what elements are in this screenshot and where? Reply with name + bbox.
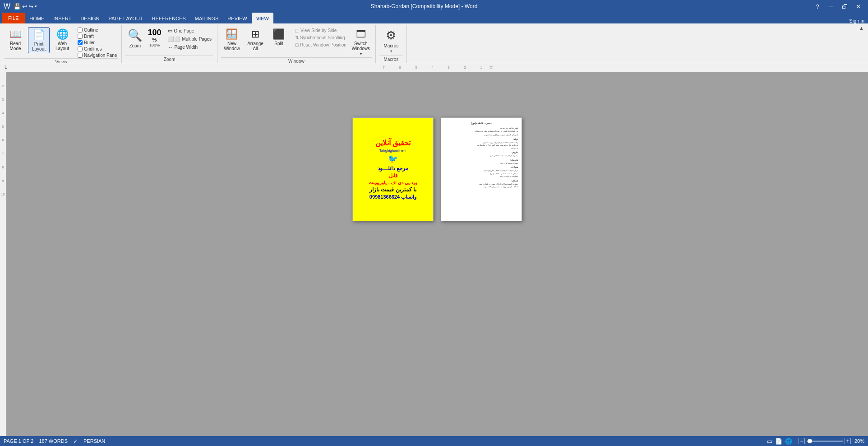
web-layout-icon: 🌐 [56,28,69,40]
v-ruler-mark-7: 7 [2,142,4,155]
sign-in-link[interactable]: Sign in [849,18,864,23]
ruler-checkbox[interactable]: Ruler [77,40,118,46]
web-layout-label: WebLayout [55,41,69,51]
switch-windows-icon: 🗔 [356,28,366,40]
ad-text3: ورد-پی دی اف - پاورپوینت [369,180,417,185]
word-icon: W [4,2,10,10]
print-layout-status-icon[interactable]: 📄 [775,438,782,445]
word-count-status[interactable]: 187 WORDS [39,438,68,444]
minimize-button[interactable]: ─ [825,0,837,13]
gridlines-checkbox[interactable]: Gridlines [77,46,118,52]
proofing-icon: ✓ [73,438,78,445]
ad-contact: واتساپ [401,194,416,200]
macros-group-label: Macros [379,56,403,63]
zoom-button[interactable]: 🔍 Zoom [125,27,144,50]
zoom-track[interactable] [807,441,843,442]
view-side-by-side-icon: ⬚ [295,28,299,33]
page2-heading: حضرت فاطمه(س) [445,121,518,125]
ribbon-tabs: FILE HOME INSERT DESIGN PAGE LAYOUT REFE… [0,13,868,23]
tab-mailings[interactable]: MAILINGS [190,13,223,23]
macros-content: ⚙ Macros ▾ [379,25,403,56]
tab-insert[interactable]: INSERT [49,13,76,23]
nav-pane-checkbox[interactable]: Navigation Pane [77,52,118,58]
macros-label: Macros [383,43,398,48]
ad-phone-contact: واتساپ 09981366624 [369,194,416,200]
tab-page-layout[interactable]: PAGE LAYOUT [104,13,148,23]
page2-section-birth: تولد: [445,138,518,141]
status-bar: PAGE 1 OF 2 187 WORDS ✓ PERSIAN ▭ 📄 🌐 − … [0,436,868,446]
read-mode-button[interactable]: 📖 ReadMode [5,27,26,52]
tab-references[interactable]: REFERENCES [148,13,190,23]
reset-window-button[interactable]: ⊡ Reset Window Position [293,42,348,48]
v-ruler-mark-5: 5 [2,115,4,128]
arrange-all-icon: ⊞ [251,28,259,40]
ruler-6: 6 [392,65,408,70]
window-small-options: ⬚ View Side by Side ⇅ Synchronous Scroll… [293,27,348,48]
save-quick-btn[interactable]: 💾 [14,3,21,10]
split-button[interactable]: ⬛ Split [268,27,290,47]
sync-scrolling-button[interactable]: ⇅ Synchronous Scrolling [293,34,348,41]
views-group: 📖 ReadMode 📄 PrintLayout 🌐 WebLayout Out… [1,25,122,63]
multiple-pages-button[interactable]: ⬜⬜ Multiple Pages [166,35,213,43]
print-layout-button[interactable]: 📄 PrintLayout [28,27,50,53]
switch-windows-button[interactable]: 🗔 SwitchWindows ▾ [350,27,372,57]
multiple-pages-icon: ⬜⬜ [168,36,180,42]
read-mode-icon: 📖 [9,28,22,40]
tab-view[interactable]: VIEW [252,13,273,23]
help-button[interactable]: ? [811,0,824,13]
document-area[interactable]: تحقیق آنلاین Tahghighonline.ir 🐦 مرجع دا… [6,72,868,436]
page2-martyrdom-text: درباره شهادت آن حضرت اختلاف نظر وجود دار… [445,169,518,178]
page2-section-mother: نام مادر: [445,158,518,162]
read-mode-label: ReadMode [9,41,21,51]
ribbon: 📖 ReadMode 📄 PrintLayout 🌐 WebLayout Out… [0,23,868,63]
v-ruler-mark-10: 10 [1,182,5,196]
v-ruler-mark-6: 6 [2,128,4,142]
print-layout-label: PrintLayout [32,42,46,51]
ruler-triangle: ▽ [489,65,493,70]
ruler-3: 3 [441,65,457,70]
one-page-label: One Page [174,28,194,33]
tab-file[interactable]: FILE [2,13,25,23]
language-status[interactable]: PERSIAN [83,438,105,444]
macros-button[interactable]: ⚙ Macros ▾ [379,27,403,55]
restore-button[interactable]: 🗗 [838,0,851,13]
page2-virtues-text: حضرت فاطمه زهرا (س) دارای فضایل بی شماری… [445,183,518,189]
page-status[interactable]: PAGE 1 OF 2 [4,438,33,444]
web-layout-button[interactable]: 🌐 WebLayout [51,27,73,52]
arrange-all-button[interactable]: ⊞ ArrangeAll [245,27,266,52]
ad-title: تحقیق آنلاین [375,139,411,147]
page2-birth-text: ولادت حضرت فاطمه زهرا (س) به روایت مشهور… [445,141,518,150]
split-label: Split [274,41,283,46]
zoom-level-status[interactable]: 20% [854,438,864,444]
page-width-button[interactable]: ↔ Page Width [166,43,213,51]
undo-quick-btn[interactable]: ↩ [22,3,27,10]
normal-view-icon[interactable]: ▭ [767,438,772,445]
switch-windows-arrow: ▾ [360,52,362,56]
macros-arrow: ▾ [390,49,392,53]
redo-quick-btn[interactable]: ↪ [28,3,33,10]
new-window-icon: 🪟 [226,28,238,40]
zoom-100-number: 100 [148,28,161,37]
tab-review[interactable]: REVIEW [223,13,251,23]
title-bar: W 💾 ↩ ↪ ▾ Shahab-Gordan [Compatibility M… [0,0,868,13]
collapse-ribbon-button[interactable]: ▲ [859,25,866,32]
reset-window-label: Reset Window Position [300,42,346,47]
new-window-button[interactable]: 🪟 NewWindow [221,27,243,52]
view-side-by-side-button[interactable]: ⬚ View Side by Side [293,27,348,34]
tab-home[interactable]: HOME [25,13,49,23]
zoom-minus-button[interactable]: − [799,438,805,444]
zoom-content: 🔍 Zoom 100 % 100% ▭ One Page ⬜⬜ Multiple… [125,25,213,56]
one-page-button[interactable]: ▭ One Page [166,27,213,35]
web-layout-status-icon[interactable]: 🌐 [785,438,792,445]
page2-line1: شرح نامه پدر، برادر [445,126,518,130]
draft-checkbox[interactable]: Draft [77,33,118,39]
close-button[interactable]: ✕ [852,0,864,13]
zoom-100-button[interactable]: 100 % 100% [146,27,162,49]
page-width-label: Page Width [174,45,198,50]
zoom-plus-button[interactable]: + [845,438,851,444]
zoom-label: Zoom [129,43,141,48]
window-title: Shahab-Gordan [Compatibility Mode] - Wor… [37,3,811,9]
status-right: ▭ 📄 🌐 − + 20% [767,438,864,445]
outline-checkbox[interactable]: Outline [77,27,118,33]
tab-design[interactable]: DESIGN [76,13,104,23]
